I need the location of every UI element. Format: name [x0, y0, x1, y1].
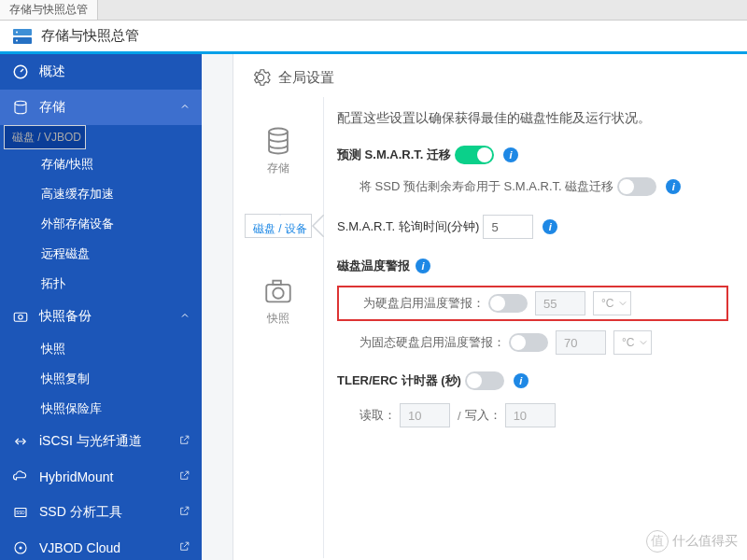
sidebar-item-ssd[interactable]: SSD SSD 分析工具	[0, 495, 202, 530]
external-link-icon	[178, 540, 190, 555]
sidebar-item-snapshot[interactable]: 快照备份	[0, 299, 202, 334]
hdd-temp-label: 为硬盘启用温度警报：	[363, 295, 485, 312]
sidebar-item-hybrid[interactable]: HybridMount	[0, 459, 202, 495]
slash: /	[458, 409, 461, 423]
gauge-icon	[11, 63, 30, 81]
sidebar-sub-storage-snapshot[interactable]: 存储/快照	[0, 149, 202, 179]
label: 快照备份	[39, 308, 92, 325]
smart-label: 预测 S.M.A.R.T. 迁移	[337, 147, 451, 163]
svg-rect-19	[273, 281, 281, 285]
camera-icon	[262, 275, 294, 307]
info-icon[interactable]: i	[666, 179, 681, 194]
sidebar-sub-remote[interactable]: 远程磁盘	[0, 239, 202, 269]
label: 存储	[267, 161, 289, 176]
svg-text:SSD: SSD	[16, 511, 25, 515]
smart-toggle[interactable]	[455, 146, 494, 164]
window-tab-strip: 存储与快照总管	[0, 0, 747, 21]
tler-label: TLER/ERC 计时器 (秒)	[337, 372, 461, 389]
label: 快照	[267, 311, 289, 327]
poll-input[interactable]	[483, 215, 533, 239]
ssd-life-toggle[interactable]	[617, 177, 656, 196]
disk-icon	[11, 539, 30, 557]
external-link-icon	[178, 434, 190, 449]
ssd-temp-toggle[interactable]	[509, 333, 548, 352]
sidebar-sub-topology[interactable]: 拓扑	[0, 269, 202, 299]
watermark-icon: 值	[646, 530, 669, 553]
sidebar-sub-snap-replica[interactable]: 快照复制	[0, 364, 202, 394]
sidebar-item-overview[interactable]: 概述	[0, 54, 202, 90]
watermark: 值 什么值得买	[646, 530, 738, 553]
external-link-icon	[178, 505, 190, 520]
write-input[interactable]	[505, 403, 556, 427]
chevron-up-icon	[179, 100, 190, 115]
info-icon[interactable]: i	[543, 219, 557, 234]
poll-label: S.M.A.R.T. 轮询时间(分钟)	[337, 218, 479, 235]
vnav-storage[interactable]: 存储	[262, 125, 294, 176]
svg-rect-6	[14, 313, 27, 321]
app-title: 存储与快照总管	[41, 27, 139, 45]
hdd-temp-toggle[interactable]	[488, 294, 528, 313]
cloud-icon	[11, 468, 30, 486]
stack-icon	[11, 98, 30, 117]
ssd-unit-select[interactable]: °C	[613, 330, 652, 355]
label: 存储	[39, 99, 65, 116]
page-title: 全局设置	[233, 54, 747, 97]
label: 概述	[39, 63, 65, 80]
intro-text: 配置这些设置以确保获得最佳的磁盘性能及运行状况。	[337, 110, 728, 127]
sidebar-sub-snap[interactable]: 快照	[0, 334, 202, 364]
vnav-snapshot[interactable]: 快照	[262, 275, 294, 327]
info-icon[interactable]: i	[514, 373, 529, 388]
tler-toggle[interactable]	[465, 371, 504, 390]
middle-column	[202, 54, 233, 560]
read-label: 读取：	[359, 407, 396, 424]
svg-point-12	[269, 129, 288, 135]
watermark-text: 什么值得买	[672, 533, 738, 550]
sidebar-item-storage[interactable]: 存储	[0, 90, 202, 125]
hdd-icon	[264, 215, 296, 216]
highlight-box: 为硬盘启用温度警报： °C	[337, 286, 728, 321]
hdd-temp-input[interactable]	[535, 291, 585, 315]
svg-point-2	[16, 31, 18, 33]
sidebar-sub-disk-vjbod[interactable]: 磁盘 / VJBOD	[4, 125, 86, 149]
external-link-icon	[178, 469, 190, 484]
window-tab[interactable]: 存储与快照总管	[0, 0, 98, 20]
sidebar-item-iscsi[interactable]: iSCSI 与光纤通道	[0, 424, 202, 459]
sidebar: 概述 存储 磁盘 / VJBOD 存储/快照 高速缓存加速 外部存储设备 远程磁…	[0, 54, 202, 560]
ssd-icon: SSD	[11, 503, 30, 522]
write-label: 写入：	[465, 407, 501, 424]
chevron-up-icon	[179, 309, 190, 324]
ssd-life-label: 将 SSD 预估剩余寿命用于 S.M.A.R.T. 磁盘迁移	[359, 178, 613, 195]
label: 磁盘 / 设备	[253, 221, 307, 237]
info-icon[interactable]: i	[503, 147, 518, 162]
svg-point-11	[20, 547, 22, 550]
crumb-label: 全局设置	[278, 69, 334, 87]
label: VJBOD Cloud	[39, 540, 120, 555]
sidebar-sub-snap-vault[interactable]: 快照保险库	[0, 394, 202, 424]
label: iSCSI 与光纤通道	[39, 433, 142, 450]
pointer-icon	[311, 215, 324, 237]
vertical-nav: 存储 磁盘 / 设备 快照	[233, 97, 323, 558]
ssd-temp-label: 为固态硬盘启用温度警报：	[359, 334, 505, 351]
main-panel: 全局设置 存储 磁盘 / 设备 快照 配置这些设置以确保获得最	[233, 54, 747, 560]
label: HybridMount	[39, 469, 113, 484]
svg-point-3	[16, 39, 18, 41]
sidebar-sub-cache[interactable]: 高速缓存加速	[0, 179, 202, 209]
gear-icon	[250, 67, 271, 88]
camera-icon	[11, 307, 30, 326]
info-icon[interactable]: i	[416, 259, 430, 273]
app-icon	[11, 25, 34, 48]
svg-point-5	[15, 101, 26, 105]
stack-icon	[262, 125, 294, 157]
vnav-disk[interactable]: 磁盘 / 设备	[245, 214, 312, 238]
svg-point-18	[273, 287, 283, 298]
label: SSD 分析工具	[39, 504, 122, 521]
link-icon	[11, 432, 30, 451]
read-input[interactable]	[400, 403, 450, 427]
hdd-unit-select[interactable]: °C	[593, 291, 631, 315]
sidebar-item-vjbod-cloud[interactable]: VJBOD Cloud	[0, 530, 202, 560]
settings-form: 配置这些设置以确保获得最佳的磁盘性能及运行状况。 预测 S.M.A.R.T. 迁…	[323, 97, 747, 558]
ssd-temp-input[interactable]	[556, 330, 606, 355]
chevron-down-icon	[619, 300, 627, 307]
sidebar-sub-external[interactable]: 外部存储设备	[0, 209, 202, 239]
app-header: 存储与快照总管	[0, 21, 747, 54]
